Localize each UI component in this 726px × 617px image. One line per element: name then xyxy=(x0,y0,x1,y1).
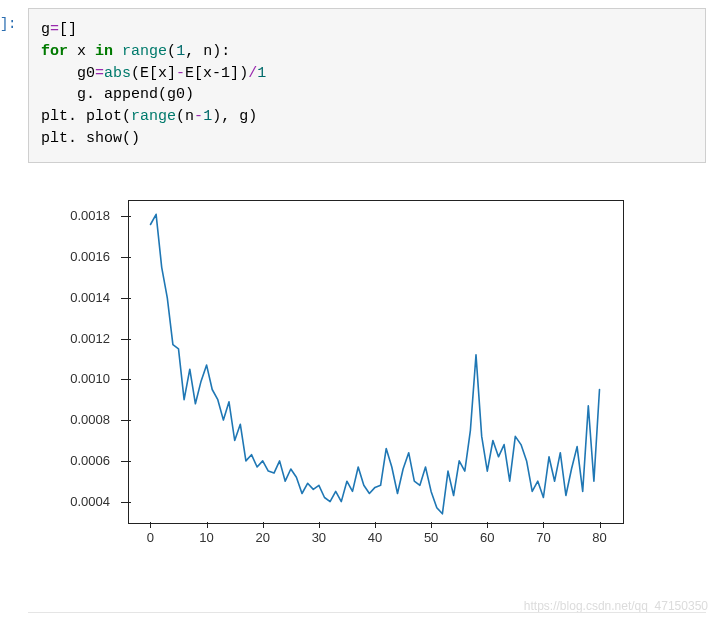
x-tick-label: 0 xyxy=(147,530,154,545)
x-tick xyxy=(150,522,151,528)
x-tick-label: 20 xyxy=(255,530,269,545)
x-tick-label: 50 xyxy=(424,530,438,545)
y-tick-label: 0.0006 xyxy=(50,453,110,468)
y-tick-label: 0.0004 xyxy=(50,494,110,509)
y-tick-label: 0.0014 xyxy=(50,290,110,305)
y-tick xyxy=(121,298,131,299)
watermark: https://blog.csdn.net/qq_47150350 xyxy=(524,599,708,613)
y-tick-label: 0.0010 xyxy=(50,371,110,386)
notebook-frame: ]: g=[] for x in range(1, n): g0=abs(E[x… xyxy=(0,0,726,617)
y-tick xyxy=(121,339,131,340)
code-cell[interactable]: g=[] for x in range(1, n): g0=abs(E[x]-E… xyxy=(28,8,706,163)
y-tick-label: 0.0016 xyxy=(50,249,110,264)
cell-prompt: ]: xyxy=(0,16,16,32)
y-tick-label: 0.0018 xyxy=(50,208,110,223)
x-tick-label: 30 xyxy=(312,530,326,545)
x-tick-label: 60 xyxy=(480,530,494,545)
separator xyxy=(28,612,706,613)
y-tick xyxy=(121,461,131,462)
x-tick xyxy=(207,522,208,528)
x-tick-label: 70 xyxy=(536,530,550,545)
x-tick xyxy=(600,522,601,528)
line-plot xyxy=(128,200,622,522)
x-tick xyxy=(431,522,432,528)
y-tick xyxy=(121,379,131,380)
x-tick-label: 40 xyxy=(368,530,382,545)
x-tick xyxy=(375,522,376,528)
y-tick-label: 0.0012 xyxy=(50,331,110,346)
y-tick xyxy=(121,257,131,258)
x-tick-label: 80 xyxy=(592,530,606,545)
x-tick xyxy=(543,522,544,528)
x-tick xyxy=(263,522,264,528)
y-tick xyxy=(121,502,131,503)
x-tick xyxy=(319,522,320,528)
plot-output: 0.00040.00060.00080.00100.00120.00140.00… xyxy=(28,190,638,570)
y-tick xyxy=(121,216,131,217)
x-tick xyxy=(487,522,488,528)
x-tick-label: 10 xyxy=(199,530,213,545)
y-tick-label: 0.0008 xyxy=(50,412,110,427)
y-tick xyxy=(121,420,131,421)
